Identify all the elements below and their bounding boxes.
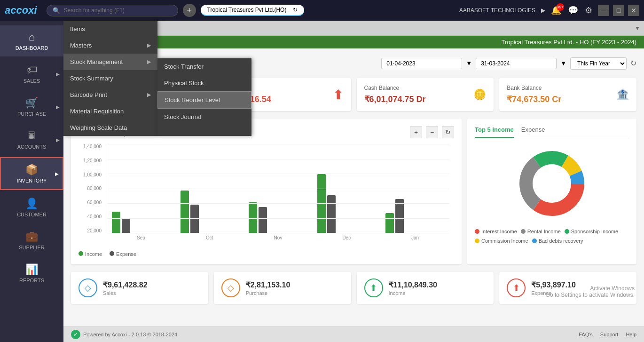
legend-rental: Rental Income <box>527 229 561 234</box>
chart-legend: Income Expense <box>79 251 454 257</box>
sidebar-item-inventory[interactable]: 📦 INVENTORY ▶ <box>0 157 63 190</box>
date-from-input[interactable] <box>381 58 462 69</box>
income-label: Income <box>389 290 437 296</box>
sidebar-item-label: REPORTS <box>19 278 44 283</box>
messages-button[interactable]: 💬 <box>568 5 578 16</box>
sidebar-item-customer[interactable]: 👤 CUSTOMER <box>0 192 63 223</box>
dashboard-icon: ⌂ <box>29 31 35 43</box>
refresh-icon[interactable]: ↻ <box>630 59 636 68</box>
bank-balance-value: ₹74,673.50 Cr <box>507 94 561 104</box>
company-selector[interactable]: Tropical Treasures Pvt Ltd.(HO) ↻ <box>201 5 304 16</box>
menu-weighing-scale[interactable]: Weighing Scale Data <box>63 119 157 136</box>
menu-physical-stock[interactable]: Physical Stock <box>157 75 251 91</box>
expense-bar <box>122 219 130 233</box>
search-input[interactable] <box>64 7 172 14</box>
customer-icon: 👤 <box>25 198 38 210</box>
purchase-label: Purchase <box>246 290 291 296</box>
chart-collapse-button[interactable]: − <box>426 126 438 138</box>
date-separator: ▼ <box>466 60 472 67</box>
bank-balance-label: Bank Balance <box>507 85 561 91</box>
expense-bar <box>190 205 199 233</box>
close-button[interactable]: ✕ <box>628 5 639 16</box>
cash-balance-label: Cash Balance <box>364 85 426 91</box>
inventory-icon: 📦 <box>25 164 38 176</box>
menu-material-requisition[interactable]: Material Requisition <box>63 103 157 119</box>
supplier-icon: 💼 <box>25 231 38 243</box>
refresh-company-icon[interactable]: ↻ <box>293 7 298 13</box>
menu-masters[interactable]: Masters ▶ <box>63 37 157 54</box>
sidebar-item-supplier[interactable]: 💼 SUPPLIER <box>0 225 63 256</box>
period-select[interactable]: This Fin Year This Month This Week <box>570 57 627 70</box>
donut-chart <box>475 146 629 221</box>
top5-tabs: Top 5 Income Expense <box>475 126 629 138</box>
sidebar-item-label: ACCOUNTS <box>17 144 47 150</box>
sales-label: Sales <box>103 290 148 296</box>
purchase-stat-card: ◇ ₹2,81,153.10 Purchase <box>214 272 351 304</box>
income-bar <box>181 191 189 233</box>
chart-refresh-button[interactable]: ↻ <box>442 126 454 138</box>
purchase-value: ₹2,81,153.10 <box>246 280 291 289</box>
x-label-dec: Dec <box>317 235 376 247</box>
chart-expand-button[interactable]: + <box>410 126 422 138</box>
svg-point-5 <box>534 166 570 201</box>
maximize-button[interactable]: □ <box>613 5 624 16</box>
footer-logo: ✓ Powered by Accoxi - 2.0.13 © 2018-2024 <box>71 330 177 339</box>
sidebar-item-accounts[interactable]: 🖩 ACCOUNTS ▶ <box>0 124 63 155</box>
top5-panel: Top 5 Income Expense <box>467 119 636 264</box>
submenu-arrow-icon: ▶ <box>147 42 151 48</box>
settings-button[interactable]: ⚙ <box>585 5 592 16</box>
tab-chevron-icon[interactable]: ▼ <box>635 25 640 32</box>
date-to-input[interactable] <box>476 58 557 69</box>
sidebar-item-reports[interactable]: 📊 REPORTS <box>0 258 63 289</box>
x-label-oct: Oct <box>180 235 239 247</box>
sidebar-item-purchase[interactable]: 🛒 PURCHASE ▶ <box>0 91 63 122</box>
x-label-jan: Jan <box>385 235 445 247</box>
chevron-right-icon: ▶ <box>56 72 60 77</box>
notification-badge: 99+ <box>557 3 564 11</box>
sidebar-item-dashboard[interactable]: ⌂ DASHBOARD <box>0 25 63 56</box>
sidebar-item-label: CUSTOMER <box>17 212 47 217</box>
menu-stock-transfer[interactable]: Stock Transfer <box>157 58 251 75</box>
faq-link[interactable]: FAQ's <box>579 332 593 337</box>
date-to-chevron: ▼ <box>560 60 566 67</box>
income-bar <box>249 202 257 233</box>
tab-top5-income[interactable]: Top 5 Income <box>475 126 514 138</box>
help-link[interactable]: Help <box>626 332 636 337</box>
tab-top5-expense[interactable]: Expense <box>521 126 545 138</box>
menu-stock-journal[interactable]: Stock Journal <box>157 109 251 125</box>
expense-bar <box>259 207 267 233</box>
chevron-right-icon: ▶ <box>56 137 60 143</box>
sidebar-item-label: SALES <box>24 78 40 84</box>
expense-legend-label: Expense <box>116 251 136 257</box>
x-label-sep: Sep <box>111 235 171 247</box>
cash-balance-value: ₹6,01,074.75 Dr <box>364 94 426 104</box>
sidebar: ⌂ DASHBOARD 🏷 SALES ▶ 🛒 PURCHASE ▶ 🖩 ACC… <box>0 21 63 342</box>
footer-powered-by: Powered by Accoxi - 2.0.13 © 2018-2024 <box>83 332 177 337</box>
menu-stock-reorder-level[interactable]: Stock Reorder Level <box>157 91 251 109</box>
bar-group-dec <box>317 174 377 233</box>
sidebar-item-sales[interactable]: 🏷 SALES ▶ <box>0 58 63 89</box>
reports-icon: 📊 <box>25 263 38 276</box>
menu-stock-management[interactable]: Stock Management ▶ <box>63 54 157 70</box>
search-box[interactable]: 🔍 <box>47 5 178 16</box>
income-stat-card: ⬆ ₹11,10,849.30 Income <box>357 272 494 304</box>
menu-barcode-print[interactable]: Barcode Print ▶ <box>63 87 157 103</box>
menu-items[interactable]: Items <box>63 21 157 37</box>
footer: ✓ Powered by Accoxi - 2.0.13 © 2018-2024… <box>63 326 644 342</box>
support-link[interactable]: Support <box>600 332 619 337</box>
notifications-button[interactable]: 🔔 99+ <box>551 5 561 16</box>
bar-group-jan <box>385 199 445 233</box>
payables-icon: ⬆ <box>333 87 344 103</box>
charts-row: Income vs Expense + − ↻ 1,40,000 1,20,00… <box>71 119 636 264</box>
purchase-icon-circle: ◇ <box>221 278 240 297</box>
activate-watermark: Activate Windows Go to Settings to activ… <box>546 285 635 298</box>
footer-logo-icon: ✓ <box>71 330 80 339</box>
expense-bar <box>327 195 336 233</box>
sidebar-item-label: SUPPLIER <box>19 245 44 250</box>
menu-stock-summary[interactable]: Stock Summary <box>63 70 157 87</box>
minimize-button[interactable]: — <box>598 5 609 16</box>
add-button[interactable]: + <box>183 4 196 17</box>
company-name: Tropical Treasures Pvt Ltd.(HO) <box>207 7 287 13</box>
sales-icon: 🏷 <box>27 64 37 76</box>
expense-bar <box>395 199 404 233</box>
